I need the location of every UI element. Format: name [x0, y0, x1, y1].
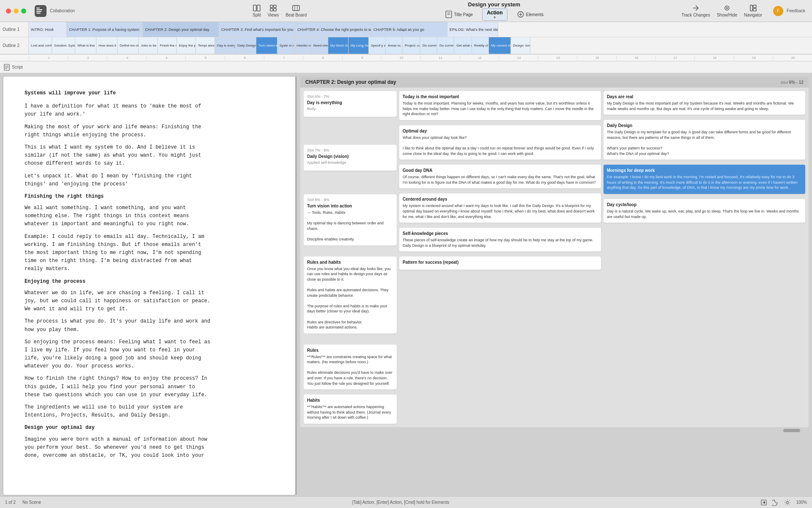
card-dna-body: Of course, different things happen on di…	[403, 174, 598, 185]
page-info: 1 of 2	[5, 500, 16, 505]
user-avatar: F	[773, 6, 783, 16]
settings-icon[interactable]	[784, 499, 791, 506]
card-habits[interactable]: Habits **"Habits"** are automated action…	[304, 395, 397, 424]
card-mornings[interactable]: Mornings for deep work For example: I kn…	[604, 165, 805, 194]
card-rh-title: Rules and habits	[307, 260, 393, 265]
outline-card-how[interactable]: How does it on a of work	[96, 37, 118, 54]
card-turn-vision[interactable]: Stot 8% - 9% Turn vision into action → T…	[304, 194, 397, 246]
outline-card-need[interactable]: Need che... owns	[311, 37, 328, 54]
navigator-button[interactable]: Navigator	[741, 3, 765, 18]
maximize-button[interactable]	[21, 8, 26, 14]
outline-card-epilog[interactable]: EPILOG: What's the next step	[447, 22, 498, 37]
card-dd2-body: The Daily Design is my template for a go…	[607, 130, 802, 156]
outline-card-lost[interactable]: Lost and confused.	[29, 37, 52, 54]
split-button[interactable]: Split	[250, 3, 263, 18]
views-button[interactable]: Views	[265, 3, 282, 18]
svg-rect-8	[274, 5, 276, 8]
outline-card-ch4[interactable]: CHAPTER 4: Choose the right projects to …	[295, 22, 371, 37]
tick-7: 7	[264, 56, 303, 60]
outline-card-finish[interactable]: Finish the right prece...	[158, 37, 177, 54]
outline-card-mycurrent[interactable]: My current challenges	[489, 37, 511, 54]
track-changes-button[interactable]: Track Changes	[679, 3, 712, 18]
card-days-real[interactable]: Days are real My Daily Design is the mos…	[604, 91, 805, 115]
outline-card-getwhat[interactable]: Get what objective	[454, 37, 472, 54]
close-button[interactable]	[6, 8, 11, 14]
outline-card-enjoy[interactable]: Enjoy the prece...	[177, 37, 196, 54]
window-controls	[0, 8, 26, 14]
card-rules-title: Rules	[307, 348, 393, 353]
beat-board-button[interactable]: Beat Board	[283, 3, 309, 18]
outline-card-defin[interactable]: Definit ion of the...	[118, 37, 139, 54]
card-rh-body: Once you know what you ideal day looks l…	[307, 266, 393, 330]
card-rules[interactable]: Rules **"Rules"** are constraints creati…	[304, 345, 397, 390]
outline-card-specif[interactable]: Specif y and organi	[369, 37, 386, 54]
card-day-subtitle: Body	[307, 107, 393, 111]
card-today-body: Today is the most important. Planning fo…	[403, 101, 598, 117]
shortcut-info: [Tab] Action, [Enter] Action, [Cmd] hold…	[352, 500, 450, 505]
outline-card-turn[interactable]: Turn vision into action	[256, 37, 277, 54]
outline-card-intent[interactable]: Intentio ns	[294, 37, 311, 54]
outline-card-syste[interactable]: Syste m is a scaffol	[277, 37, 294, 54]
outline-card-project[interactable]: Project: current	[403, 37, 420, 54]
moon-icon[interactable]	[772, 499, 779, 506]
title-page-button[interactable]: Title Page	[442, 10, 476, 19]
card-days-real-title: Days are real	[607, 94, 802, 99]
doc-para-8: The process is what you do. It's your da…	[25, 318, 274, 334]
card-optimal-day[interactable]: Optimal day What does your optimal day l…	[399, 125, 601, 160]
export-icon[interactable]	[760, 499, 767, 506]
outline-card-templ[interactable]: Templ ates for proje...	[196, 37, 215, 54]
outline-card-ch5[interactable]: CHAPTER 5: Adapt as you go	[371, 22, 447, 37]
document-panel[interactable]: Systems will improve your life I have a …	[3, 77, 295, 495]
outline-card-solution[interactable]: Solution: System	[52, 37, 75, 54]
outline-card-design[interactable]: Design: tomorrow	[511, 37, 530, 54]
outline-area: Outline 1 INTRO: Hook CHAPTER 1: Purpose…	[0, 22, 812, 55]
card-turn-title: Turn vision into action	[307, 204, 393, 208]
svg-rect-5	[253, 5, 256, 11]
card-daily-design-2[interactable]: Daily Design The Daily Design is my temp…	[604, 120, 805, 160]
card-rules-habits[interactable]: Rules and habits Once you know what you …	[304, 257, 397, 334]
card-centered-days[interactable]: Centered around days My system is center…	[399, 193, 601, 223]
chapter-title: CHAPTER 2: Design your optimal day	[305, 79, 396, 85]
svg-rect-10	[274, 8, 276, 11]
elements-button[interactable]: Elements	[514, 10, 546, 19]
svg-rect-9	[270, 8, 273, 11]
outline-card-what[interactable]: What is this (expe	[75, 37, 96, 54]
card-optimal-body: What does your optimal day look like? I …	[403, 135, 598, 156]
outline-card-ch2[interactable]: CHAPTER 2: Design your optimal day	[143, 22, 219, 37]
card-habits-body: **"Habits"** are automated actions happe…	[307, 404, 393, 420]
card-sk-body: These pieces of self-knowledge create an…	[403, 237, 598, 248]
doc-para-3: This is what I want my system to do. And…	[25, 144, 274, 168]
card-day-everything[interactable]: Stot 6% - 7% Day is everything Body	[304, 91, 397, 117]
outline-card-do[interactable]: Do current t	[420, 37, 437, 54]
outline-card-docurrent[interactable]: Do current t	[437, 37, 454, 54]
outline-card-intro[interactable]: INTRO: Hook	[29, 22, 67, 37]
outline-card-mylong[interactable]: My Long Game	[348, 37, 369, 54]
action-selector[interactable]: Action ▼	[482, 8, 507, 21]
card-today-important[interactable]: Today is the most important Today is the…	[399, 91, 601, 120]
card-day-range: Stot 6% - 7%	[307, 94, 393, 99]
outline-card-day[interactable]: Day is everything	[215, 37, 235, 54]
card-self-knowledge[interactable]: Self-knowledge pieces These pieces of se…	[399, 228, 601, 251]
card-day-cycle[interactable]: Day cycle/loop Day is a natural cycle. W…	[604, 199, 805, 223]
card-pattern-repeat[interactable]: Pattern for success (repeat)	[399, 257, 601, 270]
doc-para-6: Example: I could reply to emails all day…	[25, 233, 274, 273]
horizontal-scrollbar[interactable]	[300, 429, 809, 432]
show-hide-button[interactable]: Show/Hide	[714, 3, 740, 18]
outline-card-ch3[interactable]: CHAPTER 3: Find what's important for you	[219, 22, 295, 37]
outline-card-reality[interactable]: Reality check	[472, 37, 489, 54]
minimize-button[interactable]	[14, 8, 19, 14]
outline-card-ch1[interactable]: CHAPTER 1: Purpose of a having system	[67, 22, 143, 37]
tick-6: 6	[225, 56, 264, 60]
card-daily-design[interactable]: Stot 7% - 8% Daily Design (vision) Appli…	[304, 145, 397, 171]
outline-card-jobs[interactable]: Jobs to be done	[139, 37, 158, 54]
outline-card-myshort[interactable]: My Short Game	[328, 37, 348, 54]
tick-3: 3	[107, 56, 146, 60]
scroll-thumb-h	[783, 429, 800, 432]
scene-info: No Scene	[22, 500, 41, 505]
outline-card-daily[interactable]: Daily Design (vision)	[235, 37, 256, 54]
tick-5: 5	[185, 56, 225, 60]
outline-card-areas[interactable]: Areas to...	[386, 37, 403, 54]
card-good-dna[interactable]: Good day DNA Of course, different things…	[399, 165, 601, 188]
tick-9: 9	[342, 56, 381, 60]
card-centered-title: Centered around days	[403, 197, 598, 202]
